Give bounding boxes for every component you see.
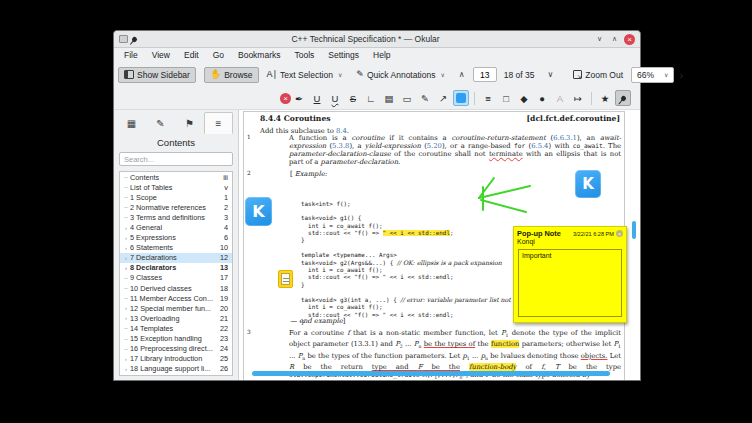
close-button[interactable]: × bbox=[624, 34, 635, 45]
menu-view[interactable]: View bbox=[145, 50, 177, 60]
toc-item[interactable]: › 5 Expressions 6 bbox=[120, 233, 232, 243]
toc-expander-icon[interactable]: – bbox=[122, 325, 130, 331]
pin-tool[interactable] bbox=[615, 90, 631, 106]
toc-expander-icon[interactable]: – bbox=[122, 194, 130, 200]
toc-expander-icon[interactable]: – bbox=[122, 204, 130, 210]
toc-expander-icon[interactable]: – bbox=[122, 285, 130, 291]
doc-link[interactable]: 6.6.3.1 bbox=[553, 134, 577, 142]
thumbnails-tool[interactable]: ▦ bbox=[117, 112, 146, 134]
zoom-out-button[interactable]: Zoom Out bbox=[567, 67, 629, 83]
toc-expander-icon[interactable]: – bbox=[122, 275, 130, 281]
menu-help[interactable]: Help bbox=[366, 50, 397, 60]
toc-item[interactable]: – 2 Normative references 2 bbox=[120, 202, 232, 212]
toc-item[interactable]: – Contents iii bbox=[120, 172, 232, 182]
toc-item[interactable]: – 11 Member Access Con... 19 bbox=[120, 293, 232, 303]
toc-expander-icon[interactable]: – bbox=[122, 184, 130, 190]
toc-expander-icon[interactable]: › bbox=[122, 235, 130, 241]
toc-expander-icon[interactable]: › bbox=[122, 366, 130, 372]
favorites-tool[interactable]: ★ bbox=[597, 90, 613, 106]
toc-item[interactable]: › 8 Declarators 13 bbox=[120, 263, 232, 273]
toc-item[interactable]: – 15 Exception handling 23 bbox=[120, 334, 232, 344]
arrow-tool[interactable]: ↗ bbox=[435, 90, 451, 106]
fill-color-tool[interactable]: ◆ bbox=[516, 90, 532, 106]
stamp-tool[interactable] bbox=[453, 90, 469, 106]
toc-expander-icon[interactable]: › bbox=[122, 225, 130, 231]
toc-item[interactable]: › 17 Library introduction 25 bbox=[120, 354, 232, 364]
toc-expander-icon[interactable]: › bbox=[122, 356, 130, 362]
vertical-scrollbar-thumb[interactable] bbox=[632, 221, 636, 239]
next-page-button[interactable]: ∨ bbox=[541, 68, 559, 81]
browse-button[interactable]: ✋ Browse bbox=[204, 67, 259, 83]
kde-stamp-annotation[interactable]: K bbox=[575, 170, 601, 198]
text-selection-button[interactable]: A∣ Text Selection ∨ bbox=[261, 67, 349, 83]
squiggle-tool[interactable]: U bbox=[327, 90, 343, 106]
toc-expander-icon[interactable]: › bbox=[122, 305, 130, 311]
strikeout-tool[interactable]: S bbox=[345, 90, 361, 106]
toolbar-overflow-button[interactable]: › bbox=[676, 69, 686, 81]
toc-expander-icon[interactable]: – bbox=[122, 346, 130, 352]
annotations-tool[interactable]: ✎ bbox=[146, 112, 175, 134]
menu-edit[interactable]: Edit bbox=[177, 50, 206, 60]
toc-item[interactable]: › 7 Declarations 12 bbox=[120, 253, 232, 263]
menu-tools[interactable]: Tools bbox=[288, 50, 322, 60]
previous-page-button[interactable]: ∧ bbox=[453, 68, 471, 81]
toc-expander-icon[interactable]: › bbox=[122, 265, 130, 271]
toc-item[interactable]: › 12 Special member fun... 20 bbox=[120, 303, 232, 313]
popup-note-tool[interactable]: ▭ bbox=[399, 90, 415, 106]
underline-tool[interactable]: U bbox=[309, 90, 325, 106]
toc-expander-icon[interactable]: › bbox=[122, 245, 130, 251]
menu-settings[interactable]: Settings bbox=[321, 50, 366, 60]
toc-item[interactable]: › 18 Language support li... 26 bbox=[120, 364, 232, 374]
inline-note-tool[interactable]: ▤ bbox=[381, 90, 397, 106]
annotation-tool[interactable] bbox=[591, 92, 592, 105]
bookmarks-tool[interactable]: ⚑ bbox=[175, 112, 204, 134]
toc-expander-icon[interactable]: – bbox=[122, 336, 130, 342]
opacity-tool[interactable]: ● bbox=[534, 90, 550, 106]
page-number-input[interactable] bbox=[473, 67, 497, 82]
menu-go[interactable]: Go bbox=[206, 50, 231, 60]
toc-expander-icon[interactable]: – bbox=[122, 214, 130, 220]
titlebar[interactable]: C++ Technical Specification * — Okular ∨… bbox=[114, 31, 640, 48]
menu-bookmarks[interactable]: Bookmarks bbox=[231, 50, 288, 60]
doc-link[interactable]: 5.3.8 bbox=[332, 142, 349, 150]
toc-expander-icon[interactable]: – bbox=[122, 295, 130, 301]
kde-stamp-annotation[interactable]: K bbox=[245, 197, 272, 226]
close-annotation-toolbar-button[interactable]: × bbox=[280, 93, 291, 104]
toc-expander-icon[interactable]: › bbox=[122, 315, 130, 321]
popup-note-close-button[interactable]: × bbox=[616, 230, 623, 237]
annotation-tool[interactable] bbox=[474, 92, 475, 105]
search-input[interactable] bbox=[119, 152, 233, 166]
line-width-tool[interactable]: ≡ bbox=[480, 90, 496, 106]
zoom-level-select[interactable]: 66% ∨ bbox=[631, 67, 674, 83]
freehand-arrow-annotation[interactable] bbox=[476, 174, 534, 216]
toc-item[interactable]: › 13 Overloading 21 bbox=[120, 313, 232, 323]
toc-item[interactable]: › 6 Statements 10 bbox=[120, 243, 232, 253]
popup-note-annotation[interactable]: Pop-up Note 3/22/21 6:28 PM × Konqi Impo… bbox=[513, 226, 627, 323]
horizontal-scrollbar-thumb[interactable] bbox=[252, 371, 610, 376]
line-endings-tool[interactable]: ↦ bbox=[570, 90, 586, 106]
show-sidebar-button[interactable]: Show Sidebar bbox=[118, 67, 196, 83]
font-tool[interactable]: A bbox=[552, 90, 568, 106]
shape-fill-tool[interactable]: □ bbox=[498, 90, 514, 106]
toc-item[interactable]: – 9 Classes 17 bbox=[120, 273, 232, 283]
inline-note-annotation[interactable] bbox=[278, 270, 293, 288]
freehand-line-tool[interactable]: ✎ bbox=[417, 90, 433, 106]
straight-line-tool[interactable]: ∟ bbox=[363, 90, 379, 106]
maximize-button[interactable]: ∧ bbox=[609, 34, 620, 45]
toc-expander-icon[interactable]: › bbox=[122, 255, 130, 261]
minimize-button[interactable]: ∨ bbox=[594, 34, 605, 45]
doc-link[interactable]: 5.20 bbox=[427, 142, 442, 150]
toc-item[interactable]: – 1 Scope 1 bbox=[120, 192, 232, 202]
doc-link[interactable]: 6.5.4 bbox=[531, 142, 548, 150]
toc-item[interactable]: – 14 Templates 22 bbox=[120, 323, 232, 333]
toc-expander-icon[interactable]: – bbox=[122, 174, 130, 180]
document-view[interactable]: 8.4.4 Coroutines [dcl.fct.def.coroutine]… bbox=[239, 110, 640, 380]
toc-item[interactable]: – 10 Derived classes 18 bbox=[120, 283, 232, 293]
toc-item[interactable]: – 16 Preprocessing direct... 24 bbox=[120, 344, 232, 354]
popup-note-body[interactable]: Important bbox=[518, 249, 622, 317]
contents-tool[interactable]: ≡ bbox=[204, 112, 233, 134]
menu-file[interactable]: File bbox=[117, 50, 145, 60]
quick-annotations-button[interactable]: ✎ Quick Annotations ∨ bbox=[350, 67, 450, 83]
toc-item[interactable]: – List of Tables v bbox=[120, 182, 232, 192]
toc-item[interactable]: › 4 General 4 bbox=[120, 222, 232, 232]
